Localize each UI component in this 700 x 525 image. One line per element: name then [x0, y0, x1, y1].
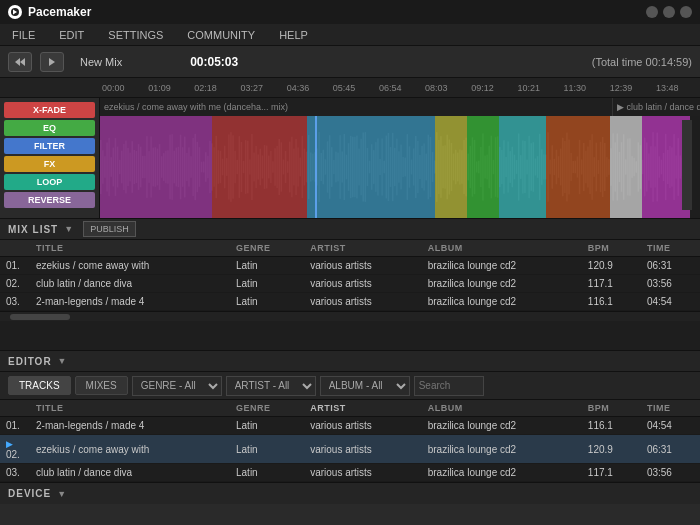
ruler-tick: 03:27	[238, 83, 284, 93]
mix-list-row[interactable]: 02. club latin / dance diva Latin variou…	[0, 275, 700, 293]
menu-edit[interactable]: EDIT	[55, 27, 88, 43]
ruler-tick: 08:03	[423, 83, 469, 93]
waveform-block[interactable]	[610, 116, 642, 218]
ed-row-num: ▶ 02.	[0, 435, 30, 464]
rewind-button[interactable]	[8, 52, 32, 72]
ed-row-artist: various artists	[304, 464, 422, 482]
editor-tab-tracks[interactable]: TRACKS	[8, 376, 71, 395]
playhead	[315, 116, 317, 218]
menu-file[interactable]: FILE	[8, 27, 39, 43]
ed-row-time: 04:54	[641, 417, 700, 435]
filter-select-2[interactable]: ALBUM - All	[320, 376, 410, 396]
ruler-tick: 11:30	[562, 83, 608, 93]
ruler-tick: 09:12	[469, 83, 515, 93]
row-genre: Latin	[230, 275, 304, 293]
publish-button[interactable]: PUBLISH	[83, 221, 136, 237]
device-chevron[interactable]: ▼	[57, 489, 66, 499]
horizontal-scrollbar[interactable]	[0, 311, 700, 321]
side-ctrl-btn[interactable]: EQ	[4, 120, 95, 136]
app-name: Pacemaker	[28, 5, 91, 19]
timeline-ruler: 00:0001:0902:1803:2704:3605:4506:5408:03…	[0, 78, 700, 98]
total-time: (Total time 00:14:59)	[592, 56, 692, 68]
side-ctrl-btn[interactable]: REVERSE	[4, 192, 95, 208]
ruler-tick: 01:09	[146, 83, 192, 93]
ed-col-album: ALBUM	[422, 400, 582, 417]
device-bar: DEVICE ▼	[0, 482, 700, 504]
close-btn[interactable]	[680, 6, 692, 18]
menu-help[interactable]: HELP	[275, 27, 312, 43]
menu-settings[interactable]: SETTINGS	[104, 27, 167, 43]
title-bar-left: Pacemaker	[8, 5, 91, 19]
filter-select-1[interactable]: ARTIST - All	[226, 376, 316, 396]
track-label: ▶ club latin / dance diva	[613, 98, 700, 116]
waveform-block[interactable]	[307, 116, 435, 218]
mix-list-area: TITLE GENRE ARTIST ALBUM BPM TIME 01. ez…	[0, 240, 700, 350]
ed-row-time: 06:31	[641, 435, 700, 464]
play-indicator: ▶	[6, 439, 13, 449]
ed-row-bpm: 117.1	[582, 464, 641, 482]
mix-list-header: MIX LIST ▼ PUBLISH	[0, 218, 700, 240]
editor-table: TITLE GENRE ARTIST ALBUM BPM TIME 01. 2-…	[0, 400, 700, 482]
search-input[interactable]	[414, 376, 484, 396]
menu-bar: FILE EDIT SETTINGS COMMUNITY HELP	[0, 24, 700, 46]
waveform-tracks	[100, 116, 700, 218]
ed-col-artist[interactable]: ARTIST	[304, 400, 422, 417]
row-time: 04:54	[641, 293, 700, 311]
col-title: TITLE	[30, 240, 230, 257]
waveform-block[interactable]	[212, 116, 308, 218]
waveform-canvas: ezekius / come away with me (danceha... …	[100, 98, 700, 218]
col-num	[0, 240, 30, 257]
waveform-block[interactable]	[467, 116, 499, 218]
editor-chevron[interactable]: ▼	[58, 356, 67, 366]
mix-list-chevron[interactable]: ▼	[64, 224, 73, 234]
ruler-tick: 13:48	[654, 83, 700, 93]
ed-row-bpm: 120.9	[582, 435, 641, 464]
ed-row-bpm: 116.1	[582, 417, 641, 435]
editor-row[interactable]: 01. 2-man-legends / made 4 Latin various…	[0, 417, 700, 435]
ed-row-album: brazilica lounge cd2	[422, 435, 582, 464]
maximize-btn[interactable]	[663, 6, 675, 18]
play-button[interactable]	[40, 52, 64, 72]
editor-header: EDITOR ▼	[0, 350, 700, 372]
editor-row[interactable]: ▶ 02. ezekius / come away with Latin var…	[0, 435, 700, 464]
row-genre: Latin	[230, 293, 304, 311]
row-time: 06:31	[641, 257, 700, 275]
ruler-tick: 00:00	[100, 83, 146, 93]
editor-row[interactable]: 03. club latin / dance diva Latin variou…	[0, 464, 700, 482]
mix-list-row[interactable]: 03. 2-man-legends / made 4 Latin various…	[0, 293, 700, 311]
track-label-bar: ezekius / come away with me (danceha... …	[100, 98, 700, 116]
ruler-ticks: 00:0001:0902:1803:2704:3605:4506:5408:03…	[100, 83, 700, 93]
side-ctrl-btn[interactable]: X-FADE	[4, 102, 95, 118]
mix-list-label: MIX LIST	[8, 224, 58, 235]
mix-list-row[interactable]: 01. ezekius / come away with Latin vario…	[0, 257, 700, 275]
waveform-block[interactable]	[100, 116, 212, 218]
side-ctrl-btn[interactable]: LOOP	[4, 174, 95, 190]
filter-select-0[interactable]: GENRE - All	[132, 376, 222, 396]
waveform-block[interactable]	[546, 116, 610, 218]
row-bpm: 116.1	[582, 293, 641, 311]
side-ctrl-btn[interactable]: FX	[4, 156, 95, 172]
row-title: club latin / dance diva	[30, 275, 230, 293]
waveform-block[interactable]	[499, 116, 547, 218]
row-artist: various artists	[304, 275, 422, 293]
current-time: 00:05:03	[190, 55, 238, 69]
row-bpm: 117.1	[582, 275, 641, 293]
menu-community[interactable]: COMMUNITY	[183, 27, 259, 43]
scrollbar-thumb[interactable]	[10, 314, 70, 320]
waveform-block[interactable]	[435, 116, 467, 218]
ed-row-genre: Latin	[230, 464, 304, 482]
ed-col-num	[0, 400, 30, 417]
minimize-btn[interactable]	[646, 6, 658, 18]
ed-row-album: brazilica lounge cd2	[422, 417, 582, 435]
ed-row-artist: various artists	[304, 435, 422, 464]
side-ctrl-btn[interactable]: FILTER	[4, 138, 95, 154]
volume-slider[interactable]	[682, 120, 692, 210]
waveform-area: X-FADEEQFILTERFXLOOPREVERSE ezekius / co…	[0, 98, 700, 218]
ruler-tick: 05:45	[331, 83, 377, 93]
editor-tab-mixes[interactable]: MIXES	[75, 376, 128, 395]
row-num: 01.	[0, 257, 30, 275]
ruler-tick: 06:54	[377, 83, 423, 93]
ruler-tick: 12:39	[608, 83, 654, 93]
ed-row-album: brazilica lounge cd2	[422, 464, 582, 482]
ruler-tick: 02:18	[192, 83, 238, 93]
